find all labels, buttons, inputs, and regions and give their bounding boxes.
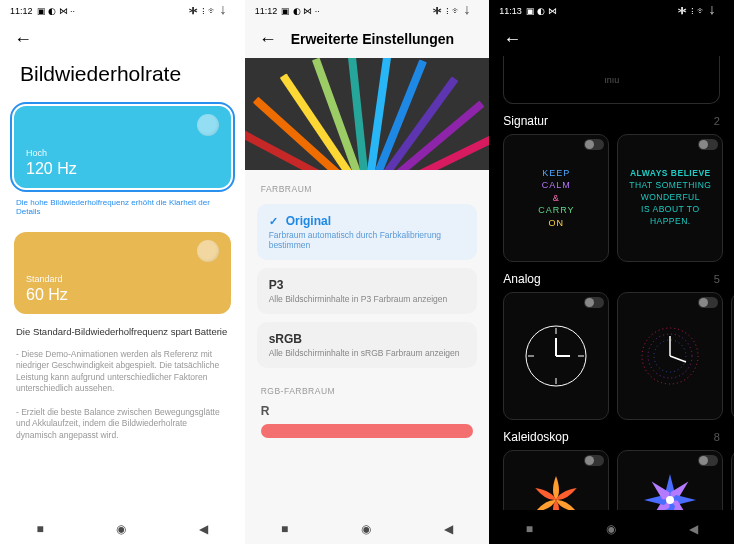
section-label-rgb: RGB-FARBRAUM bbox=[245, 372, 490, 402]
note-2: - Erzielt die beste Balance zwischen Bew… bbox=[16, 407, 229, 441]
rgb-channel-label: R bbox=[245, 402, 490, 420]
nav-home-icon[interactable]: ◉ bbox=[361, 522, 371, 536]
section-name: Signatur bbox=[503, 114, 548, 128]
animation-ball-icon bbox=[197, 114, 219, 136]
analog-grid bbox=[489, 292, 734, 420]
rate-hint-standard: Die Standard-Bildwiederholfrequenz spart… bbox=[16, 326, 229, 337]
rate-value: 60 Hz bbox=[26, 286, 219, 304]
svg-line-14 bbox=[670, 356, 686, 362]
nav-recents-icon[interactable]: ■ bbox=[526, 522, 533, 536]
nav-back-icon[interactable]: ◀ bbox=[689, 522, 698, 536]
back-icon[interactable]: ← bbox=[259, 30, 277, 48]
colorspace-option-original[interactable]: ✓Original Farbraum automatisch durch Far… bbox=[257, 204, 478, 260]
watchface-keep-calm[interactable]: KEEP CALM & CARRY ON bbox=[503, 134, 609, 262]
colorspace-option-srgb[interactable]: sRGB Alle Bildschirminhalte in sRGB Farb… bbox=[257, 322, 478, 368]
screen-advanced-settings: 11:12 ▣ ◐ ⋈ ·· ✱ ⫶ ᯤ ⏚ ← Erweiterte Eins… bbox=[245, 0, 490, 544]
status-extra-icons: ▣ ◐ ⋈ ·· bbox=[281, 6, 320, 16]
status-right-icons: ✱ ⫶ ᯤ ⏚ bbox=[433, 6, 479, 16]
nav-bar: ■ ◉ ◀ bbox=[245, 514, 490, 544]
rate-option-standard[interactable]: Standard 60 Hz bbox=[14, 232, 231, 314]
nav-back-icon[interactable]: ◀ bbox=[444, 522, 453, 536]
rate-hint-high: Die hohe Bildwiederholfrequenz erhöht di… bbox=[16, 198, 229, 216]
back-icon[interactable]: ← bbox=[503, 30, 521, 48]
rate-label: Hoch bbox=[26, 148, 219, 158]
rgb-slider-r[interactable] bbox=[261, 424, 474, 438]
status-right-icons: ✱ ⫶ ᯤ ⏚ bbox=[678, 6, 724, 16]
section-analog: Analog 5 bbox=[489, 262, 734, 292]
status-time: 11:12 bbox=[10, 6, 33, 16]
watchface-analog-2[interactable] bbox=[617, 292, 723, 420]
nav-home-icon[interactable]: ◉ bbox=[606, 522, 616, 536]
section-count: 5 bbox=[714, 273, 720, 285]
section-kaleidoskop: Kaleidoskop 8 bbox=[489, 420, 734, 450]
signature-text: KEEP CALM & CARRY ON bbox=[538, 167, 574, 230]
section-label-colorspace: FARBRAUM bbox=[245, 170, 490, 200]
option-title: sRGB bbox=[269, 332, 302, 346]
status-extra-icons: ▣ ◐ ⋈ ·· bbox=[37, 6, 76, 16]
section-name: Analog bbox=[503, 272, 540, 286]
animation-ball-icon bbox=[197, 240, 219, 262]
nav-recents-icon[interactable]: ■ bbox=[36, 522, 43, 536]
status-bar: 11:12 ▣ ◐ ⋈ ·· ✱ ⫶ ᯤ ⏚ bbox=[245, 0, 490, 22]
status-time: 11:13 bbox=[499, 6, 522, 16]
clock-face-icon bbox=[520, 320, 592, 392]
nav-recents-icon[interactable]: ■ bbox=[281, 522, 288, 536]
header: ← Erweiterte Einstellungen bbox=[245, 22, 490, 56]
nav-back-icon[interactable]: ◀ bbox=[199, 522, 208, 536]
toggle-icon[interactable] bbox=[698, 297, 718, 308]
note-1: - Diese Demo-Animationen werden als Refe… bbox=[16, 349, 229, 395]
screen-refresh-rate: 11:12 ▣ ◐ ⋈ ·· ✱ ⫶ ᯤ ⏚ ← Bildwiederholra… bbox=[0, 0, 245, 544]
page-title: Bildwiederholrate bbox=[0, 56, 245, 100]
color-pencils-image bbox=[245, 58, 490, 170]
nav-bar: ■ ◉ ◀ bbox=[0, 514, 245, 544]
header: ← bbox=[489, 22, 734, 56]
watchface-kaleidoskop-2[interactable] bbox=[617, 450, 723, 510]
option-sub: Farbraum automatisch durch Farbkalibrier… bbox=[269, 230, 466, 250]
status-right-icons: ✱ ⫶ ᯤ ⏚ bbox=[189, 6, 235, 16]
watchface-analog-1[interactable] bbox=[503, 292, 609, 420]
svg-text:✱ ⫶ ᯤ ⏚: ✱ ⫶ ᯤ ⏚ bbox=[433, 6, 469, 16]
option-sub: Alle Bildschirminhalte in P3 Farbraum an… bbox=[269, 294, 466, 304]
toggle-icon[interactable] bbox=[698, 139, 718, 150]
header: ← bbox=[0, 22, 245, 56]
back-icon[interactable]: ← bbox=[14, 30, 32, 48]
option-sub: Alle Bildschirminhalte in sRGB Farbraum … bbox=[269, 348, 466, 358]
option-title: P3 bbox=[269, 278, 284, 292]
section-name: Kaleidoskop bbox=[503, 430, 568, 444]
watchface-partial-above[interactable]: ınıu bbox=[503, 56, 720, 104]
nav-bar: ■ ◉ ◀ bbox=[489, 514, 734, 544]
kaleidoscope-icon bbox=[526, 470, 586, 510]
signatur-grid: KEEP CALM & CARRY ON ALWAYS BELIEVE THAT… bbox=[489, 134, 734, 262]
rate-option-high[interactable]: Hoch 120 Hz bbox=[14, 106, 231, 188]
kaleidoscope-icon bbox=[640, 470, 700, 510]
section-signatur: Signatur 2 bbox=[489, 104, 734, 134]
toggle-icon[interactable] bbox=[584, 455, 604, 466]
rate-label: Standard bbox=[26, 274, 219, 284]
check-icon: ✓ bbox=[269, 215, 278, 228]
signature-text: ALWAYS BELIEVE THAT SOMETHING WONDERFUL … bbox=[623, 168, 717, 227]
rate-value: 120 Hz bbox=[26, 160, 219, 178]
watchface-kaleidoskop-1[interactable] bbox=[503, 450, 609, 510]
status-time: 11:12 bbox=[255, 6, 278, 16]
section-count: 2 bbox=[714, 115, 720, 127]
clock-dots-icon bbox=[634, 320, 706, 392]
toggle-icon[interactable] bbox=[698, 455, 718, 466]
svg-text:✱ ⫶ ᯤ ⏚: ✱ ⫶ ᯤ ⏚ bbox=[189, 6, 225, 16]
status-extra-icons: ▣ ◐ ⋈ bbox=[526, 6, 557, 16]
status-bar: 11:12 ▣ ◐ ⋈ ·· ✱ ⫶ ᯤ ⏚ bbox=[0, 0, 245, 22]
toggle-icon[interactable] bbox=[584, 297, 604, 308]
section-count: 8 bbox=[714, 431, 720, 443]
svg-point-15 bbox=[666, 496, 674, 504]
svg-text:✱ ⫶ ᯤ ⏚: ✱ ⫶ ᯤ ⏚ bbox=[678, 6, 714, 16]
toggle-icon[interactable] bbox=[584, 139, 604, 150]
watchface-always-believe[interactable]: ALWAYS BELIEVE THAT SOMETHING WONDERFUL … bbox=[617, 134, 723, 262]
page-title: Erweiterte Einstellungen bbox=[291, 31, 454, 47]
option-title: Original bbox=[286, 214, 331, 228]
nav-home-icon[interactable]: ◉ bbox=[116, 522, 126, 536]
colorspace-option-p3[interactable]: P3 Alle Bildschirminhalte in P3 Farbraum… bbox=[257, 268, 478, 314]
screen-watchfaces: 11:13 ▣ ◐ ⋈ ✱ ⫶ ᯤ ⏚ ← ınıu Signatur 2 KE… bbox=[489, 0, 734, 544]
status-bar: 11:13 ▣ ◐ ⋈ ✱ ⫶ ᯤ ⏚ bbox=[489, 0, 734, 22]
kaleidoskop-grid bbox=[489, 450, 734, 510]
